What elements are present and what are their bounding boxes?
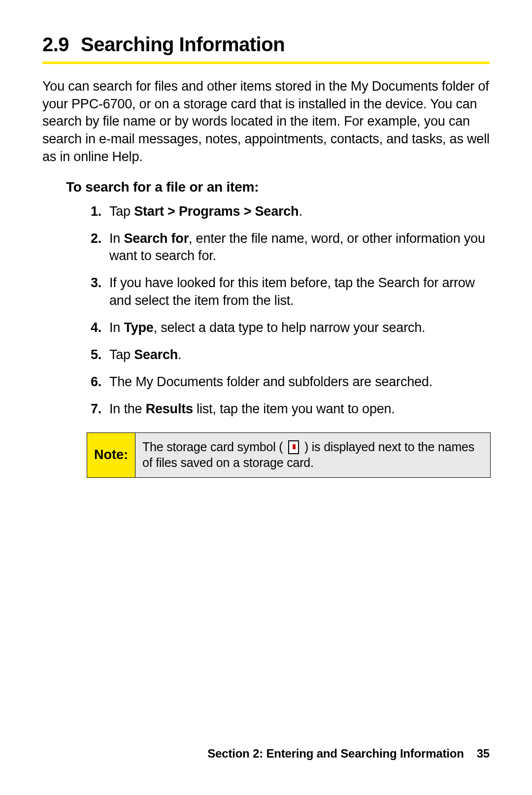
note-body: The storage card symbol ( ) is displayed… — [135, 433, 490, 477]
step-1: Tap Start > Programs > Search. — [93, 203, 490, 220]
intro-paragraph: You can search for files and other items… — [42, 78, 490, 166]
step-5: Tap Search. — [93, 346, 490, 364]
step-2: In Search for, enter the file name, word… — [93, 230, 490, 265]
footer-page-number: 35 — [477, 747, 490, 760]
storage-card-icon — [288, 440, 299, 454]
step-3: If you have looked for this item before,… — [93, 274, 490, 309]
section-heading: 2.9Searching Information — [42, 33, 490, 64]
procedure-steps: Tap Start > Programs > Search. In Search… — [93, 203, 490, 418]
step-4: In Type, select a data type to help narr… — [93, 319, 490, 336]
step-7: In the Results list, tap the item you wa… — [93, 400, 490, 418]
section-number: 2.9 — [42, 33, 69, 56]
section-title: Searching Information — [81, 33, 285, 55]
page-footer: Section 2: Entering and Searching Inform… — [207, 747, 490, 761]
footer-section: Section 2: Entering and Searching Inform… — [207, 747, 464, 760]
procedure-heading: To search for a file or an item: — [66, 179, 490, 195]
note-label: Note: — [87, 433, 135, 477]
note-box: Note: The storage card symbol ( ) is dis… — [87, 432, 491, 478]
step-6: The My Documents folder and subfolders a… — [93, 373, 490, 391]
